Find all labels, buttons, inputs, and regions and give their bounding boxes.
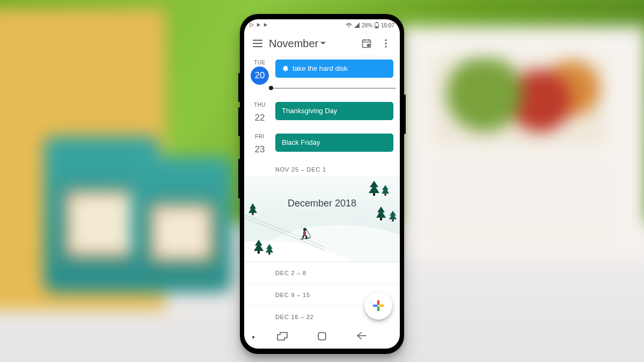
play-store-icon <box>257 23 261 28</box>
chevron-down-icon <box>320 42 326 45</box>
event-reminder[interactable]: take the hard disk <box>275 60 393 78</box>
month-banner-title: December 2018 <box>244 198 400 209</box>
phone-screen: 28% 15:07 November <box>244 19 400 349</box>
phone-device: 28% 15:07 November <box>240 14 404 354</box>
svg-point-5 <box>385 39 386 41</box>
now-indicator-line <box>271 88 396 88</box>
system-nav-bar: • <box>244 326 400 349</box>
date-column: FRI 23 <box>246 134 273 159</box>
status-bar: 28% 15:07 <box>244 19 400 31</box>
more-vert-icon <box>385 39 387 48</box>
phone-side-button <box>238 159 240 198</box>
schedule-list[interactable]: TUE 20 take the hard disk THU 22 <box>244 56 400 326</box>
day-number[interactable]: 23 <box>251 141 269 159</box>
week-range-label[interactable]: DEC 2 – 8 <box>244 262 400 284</box>
date-column: TUE 20 <box>246 60 273 85</box>
trail-line <box>244 178 400 261</box>
svg-rect-22 <box>377 307 379 312</box>
reminder-icon <box>282 65 289 72</box>
svg-rect-1 <box>376 22 377 23</box>
svg-rect-24 <box>379 305 384 307</box>
day-row-today: TUE 20 take the hard disk <box>244 56 400 88</box>
date-column: THU 22 <box>246 102 273 127</box>
day-number-today[interactable]: 20 <box>251 67 269 85</box>
plus-multicolor-icon <box>372 299 385 312</box>
battery-icon <box>375 22 379 28</box>
svg-point-6 <box>385 42 386 44</box>
menu-button[interactable] <box>250 40 266 47</box>
event-label: Black Friday <box>282 138 320 147</box>
more-button[interactable] <box>376 39 396 48</box>
nav-back-button[interactable] <box>353 329 370 346</box>
month-dropdown[interactable]: November <box>269 38 326 50</box>
status-left <box>250 23 268 28</box>
phone-side-button <box>238 73 240 102</box>
week-range-label: NOV 25 – DEC 1 <box>244 162 400 177</box>
event-label: take the hard disk <box>292 64 348 73</box>
day-number[interactable]: 22 <box>251 109 269 127</box>
nav-home-button[interactable] <box>314 329 330 346</box>
back-icon <box>356 332 367 339</box>
svg-rect-21 <box>377 300 379 305</box>
create-event-fab[interactable] <box>364 292 392 320</box>
svg-rect-4 <box>367 44 370 47</box>
today-button[interactable] <box>357 38 376 49</box>
play-icon <box>250 23 254 28</box>
battery-text: 28% <box>362 23 372 28</box>
event-label: Thanksgiving Day <box>282 106 337 116</box>
clock-text: 15:07 <box>381 23 394 28</box>
home-icon <box>318 332 326 341</box>
nav-recents-button[interactable] <box>274 329 291 346</box>
day-row: FRI 23 Black Friday <box>244 130 400 162</box>
signal-icon <box>354 23 360 28</box>
day-row: THU 22 Thanksgiving Day <box>244 99 400 130</box>
day-of-week: TUE <box>246 60 273 65</box>
day-of-week: THU <box>246 102 273 108</box>
wifi-icon <box>346 23 352 28</box>
event-holiday[interactable]: Black Friday <box>275 134 393 152</box>
svg-rect-23 <box>373 305 378 307</box>
recents-icon <box>277 332 288 341</box>
svg-point-7 <box>385 46 386 47</box>
month-label: November <box>269 38 318 50</box>
hamburger-icon <box>253 40 262 47</box>
app-header: November <box>244 31 400 56</box>
phone-side-button <box>238 107 240 136</box>
svg-rect-25 <box>318 333 326 340</box>
status-right: 28% 15:07 <box>346 22 394 28</box>
play-store-icon <box>264 23 268 28</box>
calendar-today-icon <box>361 38 372 49</box>
event-holiday[interactable]: Thanksgiving Day <box>275 102 393 120</box>
now-indicator-dot <box>269 86 273 90</box>
day-of-week: FRI <box>246 134 273 139</box>
month-banner[interactable]: December 2018 <box>244 177 400 262</box>
svg-rect-2 <box>375 26 378 28</box>
phone-side-button <box>404 94 406 134</box>
